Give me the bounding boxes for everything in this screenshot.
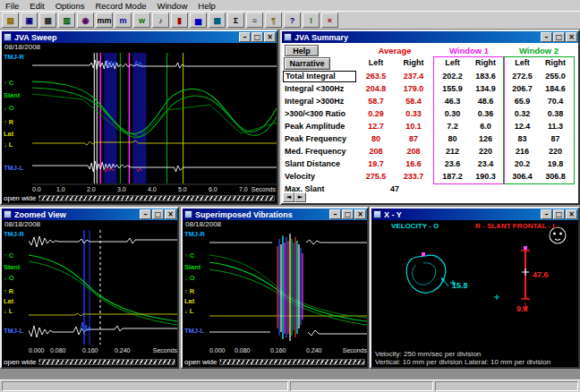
xy-titlebar[interactable]: X - Y – □ × (371, 209, 578, 220)
cell-value: 23.6 (436, 158, 469, 170)
row-label[interactable]: >300/<300 Ratio (282, 107, 357, 120)
slant-value-bottom: 9.6 (516, 304, 528, 313)
camera-icon[interactable]: ◉ (77, 13, 94, 28)
row-label[interactable]: Velocity (282, 170, 357, 183)
cell-value: 11.3 (539, 120, 572, 132)
table-icon[interactable]: ▦ (209, 13, 226, 28)
summary-row: Total Integral263.5237.4202.2183.6272.52… (282, 70, 576, 82)
maximize-button[interactable]: □ (553, 209, 565, 219)
scroll-right-button[interactable]: ► (294, 192, 306, 202)
menu-options[interactable]: Options (50, 1, 90, 11)
axis-tick: 0.240 (115, 347, 131, 354)
minimize-button[interactable]: – (239, 32, 251, 42)
row-label[interactable]: Peak Frequency (282, 132, 357, 145)
timeline-hatch-bar (219, 359, 365, 365)
close-button[interactable]: × (566, 209, 577, 219)
cell-value: 58.4 (395, 95, 432, 107)
channel-label-o: ↓ O (4, 104, 14, 112)
cell-value: 255.0 (539, 70, 572, 83)
marker-icon[interactable]: ▮ (171, 13, 188, 28)
row-label[interactable]: Peak Amplitude (282, 120, 357, 132)
cell-value: 0.30 (436, 107, 469, 120)
info-icon[interactable]: ! (303, 13, 320, 28)
bar-chart-icon[interactable]: ▅ (190, 13, 207, 28)
mm-scale-icon[interactable]: mm (96, 13, 113, 28)
cell-value: 0.38 (539, 107, 572, 120)
superimposed-waveform-plot[interactable] (209, 228, 367, 346)
time-axis: 0.0000.0800.1600.240Seconds (29, 347, 177, 355)
cell-value: 306.8 (539, 170, 572, 183)
velocity-value: 15.8 (452, 281, 468, 290)
toolbar: ▤▣▦▥◉mmmw♪▮▅▦Σ≡¶?!× (0, 12, 580, 30)
menu-help[interactable]: Help (192, 1, 221, 11)
maximize-button[interactable]: □ (553, 32, 565, 42)
minimize-button[interactable]: – (541, 209, 552, 219)
axis-tick: 0.080 (235, 347, 251, 354)
zoomed-waveform-plot[interactable] (29, 228, 177, 346)
menu-file[interactable]: File (0, 1, 24, 11)
list-icon[interactable]: ≡ (246, 13, 263, 28)
zoomed-view-titlebar[interactable]: Zoomed View – □ × (2, 209, 177, 220)
open-folder-icon[interactable]: ▤ (2, 13, 19, 28)
menu-record-mode[interactable]: Record Mode (90, 1, 151, 11)
window-title: Superimposed Vibrations (195, 210, 328, 219)
sound-icon[interactable]: ♪ (152, 13, 169, 28)
jva-sweep-titlebar[interactable]: JVA Sweep – □ × (2, 31, 277, 43)
superimposed-vibrations-window: Superimposed Vibrations – □ × 08/18/2008… (181, 207, 369, 369)
minimize-button[interactable]: – (541, 32, 552, 42)
record-date: 08/18/2008 (4, 43, 40, 51)
status-bar (0, 379, 580, 392)
row-label[interactable]: Slant Distance (282, 158, 357, 170)
jva-mode-icon[interactable]: w (133, 13, 150, 28)
maximize-button[interactable]: □ (342, 209, 354, 219)
cell-value: 212 (436, 145, 469, 158)
axis-unit: Seconds (343, 347, 367, 354)
window-title: JVA Sweep (14, 33, 238, 42)
zoomed-view-window: Zoomed View – □ × 08/18/2008 TMJ-R↑ CSla… (0, 207, 179, 369)
row-label[interactable]: Integral >300Hz (282, 95, 357, 107)
close-button[interactable]: × (264, 32, 276, 42)
maximize-button[interactable]: □ (152, 209, 164, 219)
group-header-average: Average (357, 46, 432, 55)
save-icon[interactable]: ▣ (21, 13, 38, 28)
axis-tick: 7.0 (239, 186, 248, 192)
cell-value: 0.33 (395, 107, 432, 120)
axis-tick: 3.0 (117, 186, 126, 192)
xy-trace-plot[interactable] (371, 220, 578, 349)
cell-value: 58.7 (357, 95, 395, 107)
channel-label-column: TMJ-R↑ CSlant↓ O↑ RLat↓ LTMJ-L (183, 228, 209, 346)
menu-window[interactable]: Window (151, 1, 192, 11)
jva-sweep-window: JVA Sweep – □ × 08/18/2008 TMJ-R↑ CSlant… (0, 30, 278, 205)
export-icon[interactable]: ▥ (58, 13, 75, 28)
print-icon[interactable]: ▦ (39, 13, 56, 28)
channel-label-tmjl: TMJ-L (4, 164, 23, 172)
row-label[interactable]: Total Integral (283, 71, 356, 82)
jva-summary-titlebar[interactable]: JVA Summary – □ × (282, 31, 578, 43)
menu-edit[interactable]: Edit (24, 1, 49, 11)
row-label[interactable]: Integral <300Hz (282, 82, 357, 95)
sum-icon[interactable]: Σ (227, 13, 244, 28)
minimize-button[interactable]: – (329, 209, 341, 219)
superimposed-titlebar[interactable]: Superimposed Vibrations – □ × (183, 209, 367, 220)
velocity-scale-note: Velocity: 250 mm/sec per division (375, 350, 481, 358)
close-button[interactable]: × (566, 32, 577, 42)
close-button[interactable]: × (165, 209, 176, 219)
row-label[interactable]: Med. Frequency (282, 145, 357, 158)
sweep-waveform-plot[interactable] (32, 51, 277, 185)
scroll-left-button[interactable]: ◄ (283, 192, 294, 202)
cell-value: 134.9 (469, 82, 502, 95)
emg-mode-icon[interactable]: m (115, 13, 132, 28)
minimize-button[interactable]: – (140, 209, 151, 219)
close-button[interactable]: × (354, 209, 366, 219)
axis-tick: 0.240 (306, 347, 322, 354)
notes-icon[interactable]: ¶ (265, 13, 282, 28)
motion-label: open wide (4, 194, 36, 202)
help-icon[interactable]: ? (284, 13, 301, 28)
cell-value: 155.9 (436, 82, 469, 95)
cell-value: 275.5 (357, 170, 395, 183)
record-date: 08/18/2008 (185, 220, 221, 228)
cell-value: 65.9 (506, 95, 539, 107)
axis-tick: 0.080 (50, 347, 66, 354)
exit-icon[interactable]: × (321, 13, 338, 28)
maximize-button[interactable]: □ (252, 32, 263, 42)
